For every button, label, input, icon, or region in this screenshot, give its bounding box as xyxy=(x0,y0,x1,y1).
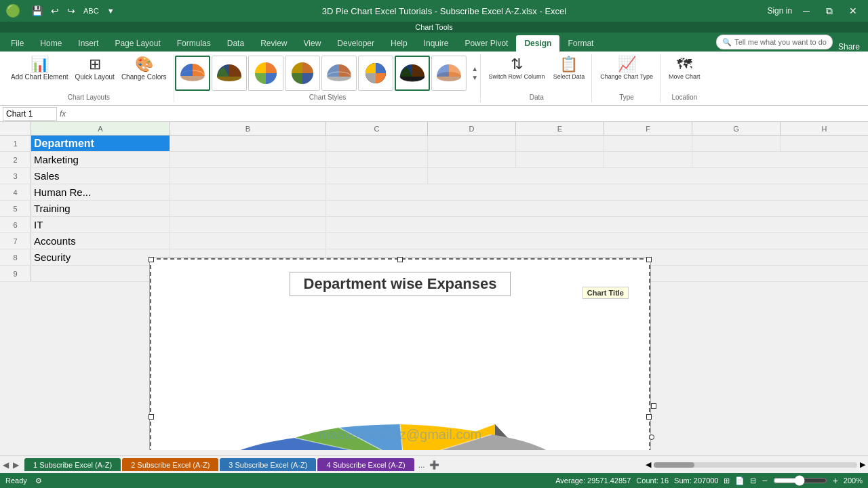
move-handle-right[interactable] xyxy=(649,434,654,440)
cell-c2[interactable] xyxy=(326,152,428,167)
col-header-e[interactable]: E xyxy=(516,122,604,135)
tab-review[interactable]: Review xyxy=(252,35,295,52)
cell-c3[interactable] xyxy=(326,168,428,184)
handle-ml[interactable] xyxy=(149,414,154,420)
name-box[interactable]: Chart 1 xyxy=(3,107,57,121)
cell-a4[interactable]: Human Re... xyxy=(31,184,170,200)
scroll-sheets-left[interactable]: ◀ xyxy=(3,460,9,470)
cell-b6[interactable] xyxy=(170,217,326,232)
col-header-f[interactable]: F xyxy=(604,122,692,135)
tell-me-input[interactable]: 🔍 Tell me what you want to do xyxy=(716,35,833,49)
cell-d2[interactable] xyxy=(428,152,516,167)
handle-mr[interactable] xyxy=(646,414,652,420)
chart-style-7[interactable] xyxy=(395,56,430,91)
cell-b1[interactable] xyxy=(170,136,326,151)
col-header-g[interactable]: G xyxy=(692,122,781,135)
handle-tr[interactable] xyxy=(646,257,652,262)
move-chart-button[interactable]: 🗺 Move Chart xyxy=(666,56,703,81)
cell-b4[interactable] xyxy=(170,184,326,200)
tab-data[interactable]: Data xyxy=(219,35,252,52)
sheet-tab-1[interactable]: 1 Subscribe Excel (A-Z) xyxy=(24,458,121,471)
tab-developer[interactable]: Developer xyxy=(329,35,382,52)
cell-a6[interactable]: IT xyxy=(31,217,170,232)
horizontal-scrollbar[interactable] xyxy=(654,462,857,468)
zoom-out-icon[interactable]: − xyxy=(762,475,767,486)
tab-home[interactable]: Home xyxy=(32,35,70,52)
col-header-c[interactable]: C xyxy=(326,122,428,135)
tab-power-pivot[interactable]: Power Pivot xyxy=(456,35,516,52)
change-colors-button[interactable]: 🎨 Change Colors xyxy=(119,56,170,82)
tab-inquire[interactable]: Inquire xyxy=(416,35,457,52)
cell-a5[interactable]: Training xyxy=(31,201,170,216)
page-break-icon[interactable]: ⊟ xyxy=(750,476,756,485)
change-chart-type-button[interactable]: 📈 Change Chart Type xyxy=(597,56,656,81)
tab-page-layout[interactable]: Page Layout xyxy=(106,35,168,52)
sheet-tab-3[interactable]: 3 Subscribe Excel (A-Z) xyxy=(220,458,316,471)
col-header-h[interactable]: H xyxy=(781,122,868,135)
cell-e2[interactable] xyxy=(516,152,604,167)
hscroll-left[interactable]: ◀ xyxy=(646,460,651,469)
save-button[interactable]: 💾 xyxy=(28,4,45,18)
cell-b5[interactable] xyxy=(170,201,326,216)
restore-button[interactable]: ⧉ xyxy=(821,4,838,18)
add-sheet-button[interactable]: ➕ xyxy=(429,460,439,470)
col-header-d[interactable]: D xyxy=(428,122,516,135)
cell-e1[interactable] xyxy=(516,136,604,151)
formula-input[interactable] xyxy=(68,109,865,119)
abc-button[interactable]: ABC xyxy=(81,5,102,16)
chart-style-scroll[interactable]: ▲ ▼ xyxy=(469,64,480,82)
chart-style-1[interactable] xyxy=(175,56,210,91)
add-chart-element-button[interactable]: 📊 Add Chart Element xyxy=(8,56,71,82)
chart-style-4[interactable] xyxy=(285,56,320,91)
chart-style-6[interactable] xyxy=(358,56,393,91)
cell-a3[interactable]: Sales xyxy=(31,168,170,184)
tab-file[interactable]: File xyxy=(3,35,32,52)
cell-b2[interactable] xyxy=(170,152,326,167)
more-sheets-button[interactable]: ... xyxy=(418,460,425,470)
tab-formulas[interactable]: Formulas xyxy=(169,35,219,52)
chart-style-3[interactable] xyxy=(248,56,283,91)
tab-help[interactable]: Help xyxy=(382,35,416,52)
col-header-b[interactable]: B xyxy=(170,122,326,135)
chart-style-5[interactable] xyxy=(321,56,357,91)
zoom-in-icon[interactable]: + xyxy=(833,475,838,486)
handle-tm[interactable] xyxy=(397,257,403,262)
scroll-sheets-right[interactable]: ▶ xyxy=(13,460,19,470)
zoom-slider[interactable] xyxy=(773,475,827,486)
handle-tl[interactable] xyxy=(149,257,154,262)
chart-container[interactable]: Department wise Expanses Chart Title mas… xyxy=(149,258,651,450)
share-button[interactable]: Share xyxy=(838,42,860,52)
tab-format[interactable]: Format xyxy=(559,35,601,52)
tab-design[interactable]: Design xyxy=(516,35,559,52)
cell-f1[interactable] xyxy=(604,136,692,151)
cell-c1[interactable] xyxy=(326,136,428,151)
sign-in-button[interactable]: Sign in xyxy=(767,6,792,16)
col-header-a[interactable]: A xyxy=(31,122,170,135)
cell-a2[interactable]: Marketing xyxy=(31,152,170,167)
cell-b7[interactable] xyxy=(170,233,326,249)
chart-handle-external[interactable] xyxy=(651,403,656,409)
tab-view[interactable]: View xyxy=(296,35,330,52)
redo-button[interactable]: ↪ xyxy=(64,4,78,18)
cell-d1[interactable] xyxy=(428,136,516,151)
undo-button[interactable]: ↩ xyxy=(48,4,62,18)
cell-b3[interactable] xyxy=(170,168,326,184)
chart-style-8[interactable] xyxy=(431,56,467,91)
cell-g1[interactable] xyxy=(692,136,781,151)
switch-row-column-button[interactable]: ⇅ Switch Row/ Column xyxy=(486,56,548,81)
scroll-up-icon[interactable]: ▲ xyxy=(469,64,480,73)
close-button[interactable]: ✕ xyxy=(844,4,863,18)
scroll-down-icon[interactable]: ▼ xyxy=(469,73,480,82)
hscroll-right[interactable]: ▶ xyxy=(860,460,865,469)
cell-h1[interactable] xyxy=(781,136,868,151)
quick-layout-button[interactable]: ⊞ Quick Layout xyxy=(73,56,117,82)
sheet-tab-2[interactable]: 2 Subscribe Excel (A-Z) xyxy=(122,458,218,471)
scrollbar-thumb[interactable] xyxy=(654,462,694,468)
page-layout-icon[interactable]: 📄 xyxy=(735,476,745,485)
chart-title-box[interactable]: Department wise Expanses xyxy=(290,272,511,296)
cell-a1[interactable]: Department xyxy=(31,136,170,151)
select-data-button[interactable]: 📋 Select Data xyxy=(551,56,588,81)
cell-a7[interactable]: Accounts xyxy=(31,233,170,249)
tab-insert[interactable]: Insert xyxy=(70,35,106,52)
cell-f2[interactable] xyxy=(604,152,692,167)
